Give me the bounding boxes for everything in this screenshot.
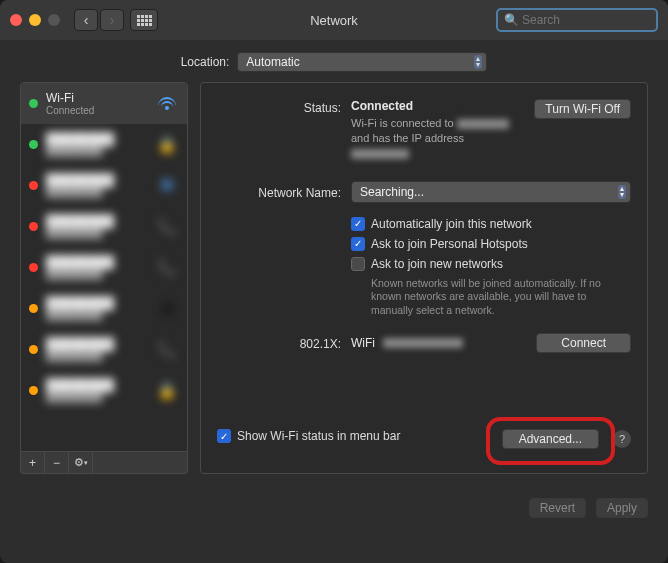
nav-buttons: ‹ ›: [74, 9, 124, 31]
minimize-window[interactable]: [29, 14, 41, 26]
show-status-checkbox[interactable]: ✓ Show Wi-Fi status in menu bar: [217, 429, 400, 443]
connect-button[interactable]: Connect: [536, 333, 631, 353]
window-controls: [10, 14, 60, 26]
status-dot: [29, 304, 38, 313]
revert-button[interactable]: Revert: [529, 498, 586, 518]
grid-icon: [137, 15, 152, 26]
footer: Revert Apply: [0, 488, 668, 518]
dot1x-value: WiFi: [351, 336, 375, 350]
status-dot: [29, 140, 38, 149]
network-item[interactable]: ████████████████ ⌘: [21, 165, 187, 206]
action-menu-button[interactable]: ⚙︎▾: [69, 452, 93, 473]
search-field[interactable]: 🔍: [496, 8, 658, 32]
status-label: Status:: [217, 99, 351, 161]
network-item[interactable]: ████████████████ 📞: [21, 206, 187, 247]
chevron-updown-icon: ▴▾: [618, 185, 626, 199]
ask-new-checkbox[interactable]: Ask to join new networks: [351, 257, 631, 271]
lock-icon: 🔒: [157, 137, 177, 153]
search-input[interactable]: [522, 13, 650, 27]
network-name-label: Network Name:: [217, 184, 351, 200]
status-value: Connected: [351, 99, 413, 113]
list-toolbar: + − ⚙︎▾: [20, 452, 188, 474]
search-icon: 🔍: [504, 13, 519, 27]
auto-join-checkbox[interactable]: ✓ Automatically join this network: [351, 217, 631, 231]
network-item[interactable]: ████████████████ 📞: [21, 247, 187, 288]
checkbox-icon: ✓: [351, 237, 365, 251]
detail-panel: Status: Connected Wi-Fi is connected to …: [200, 82, 648, 474]
status-subtext: Wi-Fi is connected to and has the IP add…: [351, 116, 524, 161]
dot1x-label: 802.1X:: [217, 335, 351, 351]
status-dot: [29, 263, 38, 272]
ask-new-helptext: Known networks will be joined automatica…: [371, 277, 631, 318]
status-dot: [29, 222, 38, 231]
network-item[interactable]: ████████████████ ⊡: [21, 288, 187, 329]
network-item[interactable]: ████████████████ 🔒: [21, 124, 187, 165]
chevron-updown-icon: ▴▾: [474, 55, 482, 69]
phone-icon: 📞: [157, 342, 177, 358]
status-dot: [29, 345, 38, 354]
network-item[interactable]: ████████████████ 🔒: [21, 370, 187, 411]
location-value: Automatic: [246, 55, 299, 69]
zoom-window: [48, 14, 60, 26]
network-sub: Connected: [46, 105, 149, 116]
network-name-value: Searching...: [360, 185, 424, 199]
phone-icon: 📞: [157, 219, 177, 235]
network-name: Wi-Fi: [46, 91, 149, 105]
phone-icon: 📞: [157, 260, 177, 276]
status-dot: [29, 181, 38, 190]
close-window[interactable]: [10, 14, 22, 26]
wifi-icon: [157, 96, 177, 112]
bridge-icon: ⊡: [157, 301, 177, 317]
location-label: Location:: [181, 55, 230, 69]
location-dropdown[interactable]: Automatic ▴▾: [237, 52, 487, 72]
back-button[interactable]: ‹: [74, 9, 98, 31]
window-title: Network: [310, 13, 358, 28]
titlebar: ‹ › Network 🔍: [0, 0, 668, 40]
add-button[interactable]: +: [21, 452, 45, 473]
location-row: Location: Automatic ▴▾: [0, 40, 668, 82]
forward-button: ›: [100, 9, 124, 31]
network-item-wifi[interactable]: Wi-Fi Connected: [21, 83, 187, 124]
ask-hotspot-checkbox[interactable]: ✓ Ask to join Personal Hotspots: [351, 237, 631, 251]
sidebar: Wi-Fi Connected ████████████████ 🔒 █████…: [20, 82, 188, 474]
bluetooth-icon: ⌘: [157, 178, 177, 194]
network-list[interactable]: Wi-Fi Connected ████████████████ 🔒 █████…: [20, 82, 188, 452]
help-button[interactable]: ?: [613, 430, 631, 448]
network-name-dropdown[interactable]: Searching... ▴▾: [351, 181, 631, 203]
status-dot: [29, 386, 38, 395]
advanced-button[interactable]: Advanced...: [502, 429, 599, 449]
lock-icon: 🔒: [157, 383, 177, 399]
checkbox-icon: ✓: [217, 429, 231, 443]
wifi-toggle-button[interactable]: Turn Wi-Fi Off: [534, 99, 631, 119]
network-item[interactable]: ████████████████ 📞: [21, 329, 187, 370]
remove-button[interactable]: −: [45, 452, 69, 473]
checkbox-icon: [351, 257, 365, 271]
status-dot: [29, 99, 38, 108]
checkbox-icon: ✓: [351, 217, 365, 231]
apply-button[interactable]: Apply: [596, 498, 648, 518]
show-all-button[interactable]: [130, 9, 158, 31]
